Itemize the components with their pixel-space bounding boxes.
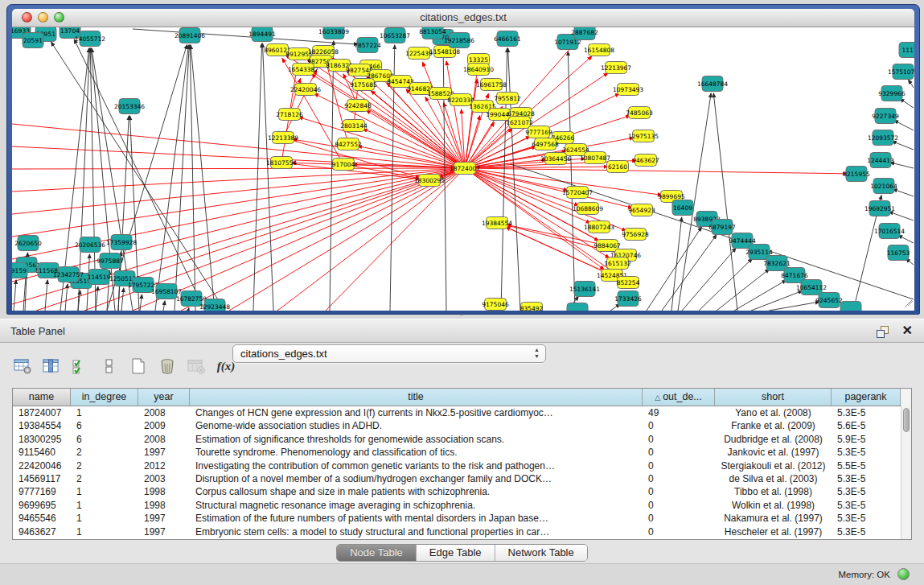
graph-node[interactable]: 16543382 xyxy=(288,64,318,76)
graph-edge[interactable] xyxy=(465,168,579,205)
table-cell[interactable]: 2 xyxy=(71,459,138,472)
table-cell[interactable]: 1 xyxy=(71,499,138,512)
tab-node-table[interactable]: Node Table xyxy=(337,545,417,561)
graph-node[interactable]: 16409 xyxy=(672,200,693,216)
column-header-pagerank[interactable]: pagerank xyxy=(832,389,901,406)
graph-node[interactable]: 2803144 xyxy=(340,120,368,132)
column-header-year[interactable]: year xyxy=(138,389,190,406)
table-cell[interactable]: 1998 xyxy=(138,499,190,512)
table-cell[interactable]: 9115460 xyxy=(13,446,71,459)
graph-node[interactable]: 10688609 xyxy=(573,203,603,215)
float-panel-icon[interactable] xyxy=(876,325,889,338)
table-cell[interactable]: 1997 xyxy=(138,446,190,459)
show-columns-icon[interactable] xyxy=(41,356,61,377)
graph-edge[interactable] xyxy=(366,110,465,168)
graph-node[interactable]: 9175046 xyxy=(482,299,509,311)
graph-edge[interactable] xyxy=(699,258,752,311)
graph-node[interactable]: 10973493 xyxy=(613,84,643,96)
table-cell[interactable]: 1997 xyxy=(138,525,190,538)
graph-node[interactable]: 10653287 xyxy=(380,28,410,43)
graph-edge[interactable] xyxy=(893,189,914,196)
graph-edge[interactable] xyxy=(121,288,124,311)
table-cell[interactable]: Nakamura et al. (1997) xyxy=(715,512,832,525)
table-row[interactable]: 977716911998Corpus callosum shape and si… xyxy=(13,485,911,498)
table-cell[interactable]: Hescheler et al. (1997) xyxy=(715,525,832,538)
graph-node[interactable]: 9242848 xyxy=(344,100,372,112)
graph-node[interactable]: 9227349 xyxy=(872,109,899,124)
table-cell[interactable]: 0 xyxy=(643,419,715,432)
scrollbar-thumb[interactable] xyxy=(903,408,910,432)
table-row[interactable]: 2242004622012Investigating the contribut… xyxy=(13,459,911,472)
graph-node[interactable] xyxy=(567,303,588,311)
graph-node[interactable]: 15751074 xyxy=(888,64,914,80)
memory-ok-indicator[interactable] xyxy=(897,568,910,580)
graph-node[interactable]: 16961758 xyxy=(476,79,507,91)
graph-node[interactable]: 1615132 xyxy=(604,257,631,270)
table-cell[interactable]: 5.3E-5 xyxy=(832,472,901,485)
graph-node[interactable]: 16648784 xyxy=(697,76,728,92)
graph-node[interactable]: 1733426 xyxy=(614,291,642,307)
graph-edge[interactable] xyxy=(155,45,189,311)
graph-edge[interactable] xyxy=(769,302,819,311)
window-titlebar[interactable]: citations_edges.txt xyxy=(12,9,914,27)
table-cell[interactable]: 5.3E-5 xyxy=(832,446,901,459)
graph-edge[interactable] xyxy=(188,308,189,311)
graph-node[interactable]: 852254 xyxy=(617,277,640,289)
graph-node[interactable]: 9975887 xyxy=(97,253,124,269)
table-cell[interactable]: Embryonic stem cells: a model to study s… xyxy=(190,525,643,538)
tab-network-table[interactable]: Network Table xyxy=(495,545,587,561)
table-cell[interactable]: Estimation of significance thresholds fo… xyxy=(190,433,643,446)
graph-node[interactable]: 62160 xyxy=(607,161,629,173)
table-cell[interactable]: 0 xyxy=(643,433,715,446)
graph-node[interactable]: 6466161 xyxy=(494,31,521,47)
create-table-icon[interactable] xyxy=(128,356,148,377)
row-options-icon[interactable] xyxy=(99,356,119,377)
graph-node[interactable]: 9329966 xyxy=(878,86,906,101)
graph-edge[interactable] xyxy=(889,212,914,220)
graph-node[interactable]: 18640910 xyxy=(463,64,494,76)
graph-node[interactable]: 9756928 xyxy=(622,229,649,241)
table-cell[interactable]: 0 xyxy=(643,472,715,485)
graph-edge[interactable] xyxy=(45,280,47,311)
graph-node[interactable]: 116753 xyxy=(887,245,910,261)
network-canvas[interactable]: 1872400718300295896012389129551822605898… xyxy=(12,27,914,311)
close-panel-icon[interactable]: ✕ xyxy=(902,323,913,339)
table-settings-icon[interactable] xyxy=(12,356,32,377)
table-cell[interactable]: 2 xyxy=(71,472,138,485)
graph-node[interactable]: 20891406 xyxy=(175,28,205,43)
table-cell[interactable]: Genome-wide association studies in ADHD. xyxy=(190,419,643,432)
graph-edge[interactable] xyxy=(96,286,98,311)
table-cell[interactable]: 9699695 xyxy=(13,499,71,512)
table-cell[interactable]: 2 xyxy=(71,446,138,459)
table-cell[interactable]: Corpus callosum shape and size in male p… xyxy=(190,485,643,498)
table-cell[interactable]: 1 xyxy=(71,406,138,419)
graph-edge[interactable] xyxy=(568,51,575,311)
graph-node[interactable]: 12213389 xyxy=(268,132,298,144)
graph-edge[interactable] xyxy=(277,168,465,311)
table-cell[interactable]: 9777169 xyxy=(13,485,71,498)
graph-node[interactable]: 17359928 xyxy=(106,235,137,250)
graph-edge[interactable] xyxy=(314,93,465,168)
table-cell[interactable]: Changes of HCN gene expression and I(f) … xyxy=(190,406,643,419)
graph-node[interactable]: 9463627 xyxy=(632,154,659,167)
graph-node[interactable]: 39159 xyxy=(12,263,27,278)
table-cell[interactable]: 14569117 xyxy=(13,472,71,485)
table-cell[interactable]: 49 xyxy=(643,406,715,419)
table-row[interactable]: 1872400712008Changes of HCN gene express… xyxy=(13,406,911,419)
table-cell[interactable]: Tibbo et al. (1998) xyxy=(715,485,832,498)
graph-edge[interactable] xyxy=(713,93,737,311)
table-cell[interactable]: 1 xyxy=(71,485,138,498)
table-cell[interactable]: Dudbridge et al. (2008) xyxy=(715,433,832,446)
graph-edge[interactable] xyxy=(175,45,189,311)
graph-node[interactable]: 18300295 xyxy=(414,175,445,187)
table-cell[interactable]: Jankovic et al. (1997) xyxy=(715,446,832,459)
table-cell[interactable]: 5.3E-5 xyxy=(832,485,901,498)
graph-edge[interactable] xyxy=(909,80,914,88)
table-cell[interactable]: 5.9E-5 xyxy=(832,433,901,446)
table-cell[interactable]: 0 xyxy=(643,525,715,538)
graph-node[interactable]: 9175685 xyxy=(350,79,377,91)
table-cell[interactable]: 2008 xyxy=(138,406,190,419)
graph-edge[interactable] xyxy=(140,295,142,311)
graph-node[interactable]: 2887682 xyxy=(571,27,598,40)
graph-node[interactable]: 1225439 xyxy=(405,47,433,60)
